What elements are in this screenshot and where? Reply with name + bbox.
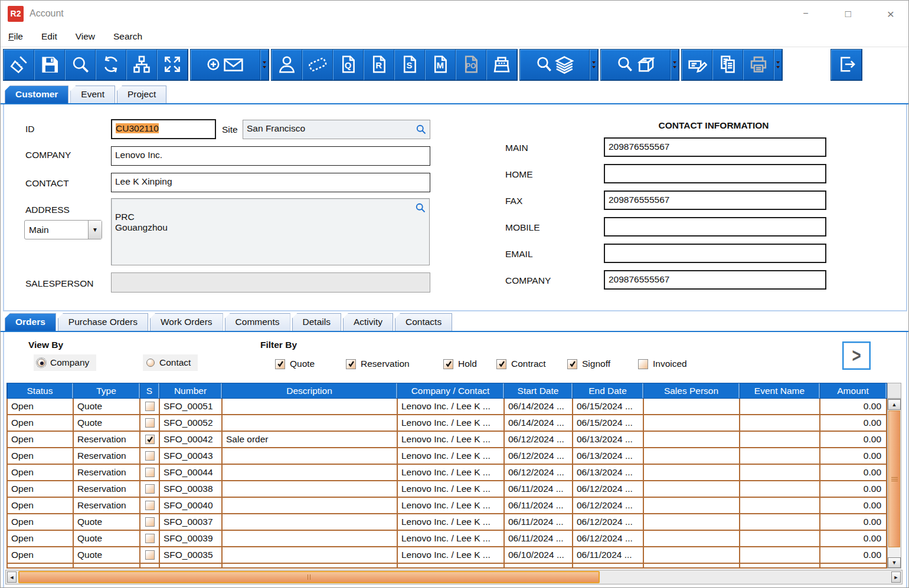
clean-button[interactable] xyxy=(4,50,34,80)
checkbox-icon[interactable] xyxy=(638,359,648,369)
subtab-purchase-orders[interactable]: Purchase Orders xyxy=(58,313,148,331)
row-checkbox[interactable] xyxy=(145,550,155,560)
scroll-right-button[interactable]: ► xyxy=(891,571,901,583)
contact-input[interactable]: Lee K Xinping xyxy=(111,173,430,192)
scroll-left-button[interactable]: ◄ xyxy=(7,571,17,583)
column-header-status[interactable]: Status xyxy=(7,383,73,398)
column-header-s[interactable]: S xyxy=(140,383,159,398)
vertical-scroll-thumb[interactable] xyxy=(888,410,900,547)
table-row[interactable]: OpenReservationSFO_00038Lenovo Inc. / Le… xyxy=(8,481,887,498)
table-row[interactable]: OpenQuoteSFO_00037Lenovo Inc. / Lee K ..… xyxy=(8,514,887,531)
exit-button[interactable] xyxy=(831,50,862,80)
checkbox-quote[interactable]: Quote xyxy=(275,356,315,372)
row-checkbox[interactable] xyxy=(145,484,155,494)
customer-id-input[interactable]: CU302110 xyxy=(111,119,216,139)
horizontal-scrollbar[interactable]: ◄ ► xyxy=(5,570,903,584)
toolbar-overflow-handle[interactable] xyxy=(260,50,269,80)
row-checkbox[interactable] xyxy=(145,534,155,543)
table-row[interactable]: OpenQuoteSFO_00035Lenovo Inc. / Lee K ..… xyxy=(8,547,887,564)
quote-document-button[interactable]: Q xyxy=(333,50,364,80)
fax-input[interactable]: 209876555567 xyxy=(604,190,826,210)
vertical-scrollbar[interactable]: ▲ ▼ xyxy=(887,399,901,569)
checkbox-icon[interactable] xyxy=(275,359,285,369)
chevron-down-icon[interactable]: ▼ xyxy=(88,221,102,239)
row-checkbox[interactable] xyxy=(145,402,155,411)
table-row[interactable]: OpenQuoteSFO_00052Lenovo Inc. / Lee K ..… xyxy=(8,415,887,432)
main-phone-input[interactable]: 209876555567 xyxy=(604,137,826,157)
checkbox-icon[interactable] xyxy=(567,359,577,369)
column-header-number[interactable]: Number xyxy=(159,383,222,398)
maximize-button[interactable]: □ xyxy=(839,9,858,19)
reservation-document-button[interactable]: R xyxy=(364,50,394,80)
row-checkbox[interactable] xyxy=(145,451,155,461)
menu-view[interactable]: View xyxy=(76,31,95,42)
refresh-button[interactable] xyxy=(96,50,126,80)
mobile-input[interactable] xyxy=(604,217,826,236)
next-page-button[interactable]: > xyxy=(842,341,871,370)
toolbar-overflow-handle[interactable] xyxy=(671,50,679,80)
row-checkbox[interactable] xyxy=(145,418,155,428)
table-row[interactable]: OpenReservationSFO_00040Lenovo Inc. / Le… xyxy=(8,498,887,514)
new-mail-button[interactable] xyxy=(191,50,260,80)
row-checkbox[interactable] xyxy=(145,501,155,510)
site-search-icon[interactable] xyxy=(415,123,427,135)
menu-file[interactable]: File xyxy=(8,31,23,42)
email-input[interactable] xyxy=(604,244,826,263)
address-search-icon[interactable] xyxy=(414,202,426,213)
subtab-orders[interactable]: Orders xyxy=(5,313,56,331)
search-item-button[interactable] xyxy=(601,50,671,80)
table-row[interactable]: OpenReservationSFO_00043Lenovo Inc. / Le… xyxy=(8,448,887,465)
hierarchy-button[interactable] xyxy=(126,50,157,80)
search-button[interactable] xyxy=(65,50,96,80)
register-button[interactable] xyxy=(486,50,517,80)
address-type-select[interactable]: Main ▼ xyxy=(24,220,102,239)
radio-contact[interactable]: Contact xyxy=(143,354,198,371)
print-button[interactable] xyxy=(743,50,774,80)
row-checkbox[interactable] xyxy=(145,517,155,527)
checkbox-icon[interactable] xyxy=(346,359,356,369)
close-button[interactable]: × xyxy=(881,8,900,20)
address-textarea[interactable]: PRC Gouangzhou xyxy=(111,198,430,265)
toolbar-overflow-handle[interactable] xyxy=(774,50,782,80)
checkbox-icon[interactable] xyxy=(443,359,453,369)
table-row[interactable]: OpenQuoteSFO_00039Lenovo Inc. / Lee K ..… xyxy=(8,531,887,547)
checkbox-reservation[interactable]: Reservation xyxy=(346,356,410,372)
site-input[interactable]: San Francisco xyxy=(243,120,430,139)
tab-event[interactable]: Event xyxy=(70,86,115,103)
column-header-end-date[interactable]: End Date xyxy=(573,383,643,398)
checkbox-contract[interactable]: Contract xyxy=(496,356,546,372)
checkbox-hold[interactable]: Hold xyxy=(443,356,477,372)
radio-company[interactable]: Company xyxy=(34,354,96,371)
column-header-amount[interactable]: Amount xyxy=(820,383,887,398)
menu-search[interactable]: Search xyxy=(113,31,142,42)
subtab-comments[interactable]: Comments xyxy=(225,313,290,331)
tab-customer[interactable]: Customer xyxy=(5,86,68,103)
subtab-activity[interactable]: Activity xyxy=(343,313,393,331)
menu-edit[interactable]: Edit xyxy=(41,31,57,42)
column-header-type[interactable]: Type xyxy=(73,383,140,398)
expand-button[interactable] xyxy=(157,50,188,80)
company-input[interactable]: Lenovo Inc. xyxy=(111,146,430,166)
save-button[interactable] xyxy=(34,50,65,80)
company-phone-input[interactable]: 209876555567 xyxy=(604,270,826,290)
home-phone-input[interactable] xyxy=(604,164,826,183)
table-row[interactable]: OpenReservationSFO_00042Sale orderLenovo… xyxy=(8,432,887,448)
checkbox-invoiced[interactable]: Invoiced xyxy=(638,356,687,372)
column-header-start-date[interactable]: Start Date xyxy=(504,383,573,398)
column-header-description[interactable]: Description xyxy=(222,383,397,398)
contact-button[interactable] xyxy=(272,50,302,80)
column-header-event-name[interactable]: Event Name xyxy=(740,383,820,398)
purchase-order-document-button[interactable]: PO xyxy=(456,50,486,80)
column-header-sales-person[interactable]: Sales Person xyxy=(643,383,740,398)
checkbox-icon[interactable] xyxy=(496,359,506,369)
tab-project[interactable]: Project xyxy=(117,86,166,103)
table-row[interactable]: OpenReservationSFO_00044Lenovo Inc. / Le… xyxy=(8,465,887,481)
scroll-up-button[interactable]: ▲ xyxy=(888,399,901,410)
subtab-details[interactable]: Details xyxy=(292,313,341,331)
table-row[interactable]: OpenQuoteSFO_00051Lenovo Inc. / Lee K ..… xyxy=(8,399,887,415)
column-header-company-contact[interactable]: Company / Contact xyxy=(397,383,504,398)
copy-button[interactable] xyxy=(712,50,743,80)
scroll-down-button[interactable]: ▼ xyxy=(888,557,901,568)
search-stock-button[interactable] xyxy=(520,50,590,80)
checkbox-signoff[interactable]: Signoff xyxy=(567,356,610,372)
